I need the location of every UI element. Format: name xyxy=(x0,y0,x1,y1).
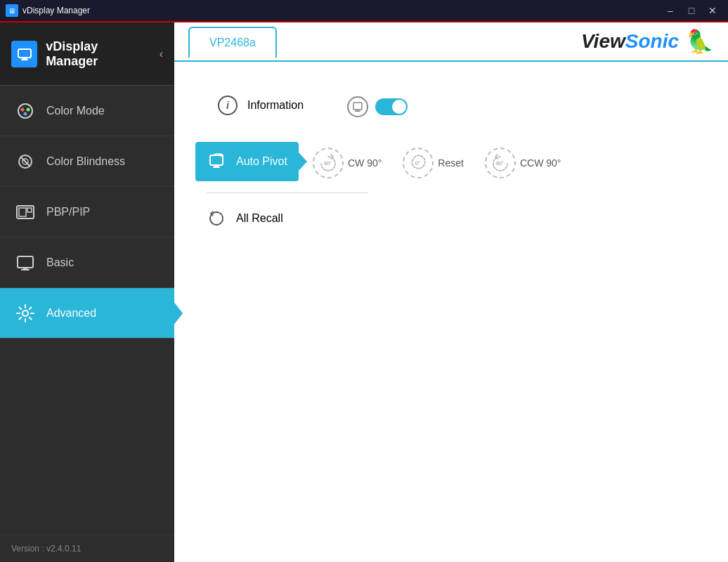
svg-rect-22 xyxy=(213,166,220,168)
svg-rect-12 xyxy=(27,208,32,212)
rotate-cw90-button[interactable]: 90° CW 90° xyxy=(313,148,382,178)
auto-pivot-label: Auto Pivot xyxy=(236,155,287,168)
sidebar-item-color-mode-label: Color Mode xyxy=(46,105,105,117)
content-area: VP2468a ViewSonic 🦜 i Information xyxy=(174,22,728,562)
rotate-ccw90-button[interactable]: 90° CCW 90° xyxy=(485,148,561,178)
sidebar-logo-icon xyxy=(11,41,37,67)
main-layout: vDisplay Manager ‹ Color Mode xyxy=(0,22,728,562)
version-label: Version : v2.4.0.11 xyxy=(0,535,174,562)
sidebar-item-basic[interactable]: Basic xyxy=(0,237,174,288)
basic-icon xyxy=(14,251,37,274)
sidebar-item-advanced[interactable]: Advanced xyxy=(0,288,174,339)
viewsonic-logo: ViewSonic 🦜 xyxy=(581,28,714,55)
viewsonic-brand-text: ViewSonic xyxy=(581,30,679,53)
svg-rect-0 xyxy=(18,49,31,58)
sidebar-item-color-blindness[interactable]: Color Blindness xyxy=(0,136,174,187)
app-name-prefix: v xyxy=(46,39,53,53)
information-icon: i xyxy=(218,96,238,115)
svg-text:0°: 0° xyxy=(415,161,420,166)
tab-container: VP2468a xyxy=(188,27,277,56)
all-recall-menu-item[interactable]: All Recall xyxy=(195,199,357,238)
sidebar-header: vDisplay Manager ‹ xyxy=(0,22,174,86)
sidebar-item-advanced-label: Advanced xyxy=(46,307,96,320)
svg-rect-15 xyxy=(21,269,30,270)
svg-rect-1 xyxy=(22,58,27,59)
svg-text:90°: 90° xyxy=(324,161,332,166)
content-divider xyxy=(207,192,368,193)
svg-point-4 xyxy=(21,107,25,111)
sidebar-item-color-blindness-label: Color Blindness xyxy=(46,155,125,168)
color-mode-icon xyxy=(14,100,37,122)
sidebar-item-pbp-pip-label: PBP/PIP xyxy=(46,206,90,218)
auto-pivot-toggle[interactable] xyxy=(375,98,408,115)
svg-rect-17 xyxy=(353,103,362,110)
tab-vp2468a[interactable]: VP2468a xyxy=(188,27,277,58)
sidebar-nav: Color Mode Color Blindness xyxy=(0,86,174,535)
svg-point-16 xyxy=(22,311,28,316)
content-body: i Information xyxy=(174,62,728,562)
toggle-area xyxy=(347,96,408,117)
auto-pivot-icon xyxy=(207,152,226,171)
information-label: Information xyxy=(247,99,304,112)
svg-point-5 xyxy=(27,107,30,111)
cw90-icon: 90° xyxy=(313,148,344,178)
all-recall-label: All Recall xyxy=(236,212,283,225)
information-menu-item[interactable]: i Information xyxy=(207,86,315,125)
sidebar-app-name: vDisplay Manager xyxy=(46,39,151,69)
close-button[interactable]: ✕ xyxy=(703,1,722,20)
sidebar: vDisplay Manager ‹ Color Mode xyxy=(0,22,174,562)
advanced-icon xyxy=(14,302,37,325)
svg-rect-11 xyxy=(19,208,26,216)
svg-line-9 xyxy=(20,157,30,166)
svg-rect-19 xyxy=(355,111,360,112)
all-recall-icon xyxy=(207,209,226,228)
svg-rect-14 xyxy=(23,268,27,269)
titlebar-title: vDisplay Manager xyxy=(22,6,90,15)
auto-pivot-menu-item[interactable]: Auto Pivot xyxy=(195,142,299,181)
sidebar-collapse-button[interactable]: ‹ xyxy=(160,48,163,60)
color-blindness-icon xyxy=(14,150,37,173)
reset-label: Reset xyxy=(438,157,464,169)
monitor-rotate-icon xyxy=(347,96,368,117)
svg-text:90°: 90° xyxy=(496,161,504,166)
svg-point-6 xyxy=(24,112,27,115)
svg-rect-21 xyxy=(214,165,219,166)
sidebar-item-color-mode[interactable]: Color Mode xyxy=(0,86,174,136)
toggle-knob xyxy=(392,100,406,114)
auto-pivot-row: Auto Pivot 90° CW 90° xyxy=(195,140,707,185)
ccw90-label: CCW 90° xyxy=(520,157,561,169)
maximize-button[interactable]: □ xyxy=(682,1,701,20)
app-name: Display Manager xyxy=(46,39,98,68)
content-header: VP2468a ViewSonic 🦜 xyxy=(174,22,728,62)
cw90-label: CW 90° xyxy=(348,157,382,169)
titlebar: 🖥 vDisplay Manager – □ ✕ xyxy=(0,0,728,22)
titlebar-left: 🖥 vDisplay Manager xyxy=(6,4,90,17)
pbp-pip-icon xyxy=(14,201,37,223)
ccw90-icon: 90° xyxy=(485,148,516,178)
viewsonic-bird-icon: 🦜 xyxy=(686,28,714,55)
sidebar-item-basic-label: Basic xyxy=(46,256,74,269)
svg-rect-18 xyxy=(356,110,359,111)
titlebar-controls: – □ ✕ xyxy=(661,1,722,20)
app-icon: 🖥 xyxy=(6,4,18,17)
svg-point-3 xyxy=(18,104,32,118)
svg-rect-13 xyxy=(18,256,33,268)
svg-rect-2 xyxy=(21,59,28,60)
minimize-button[interactable]: – xyxy=(661,1,680,20)
rotate-reset-button[interactable]: 0° Reset xyxy=(403,148,464,178)
rotation-buttons: 90° CW 90° 0° Reset xyxy=(313,140,561,185)
information-row: i Information xyxy=(195,76,707,138)
sidebar-item-pbp-pip[interactable]: PBP/PIP xyxy=(0,187,174,237)
reset-icon: 0° xyxy=(403,148,434,178)
